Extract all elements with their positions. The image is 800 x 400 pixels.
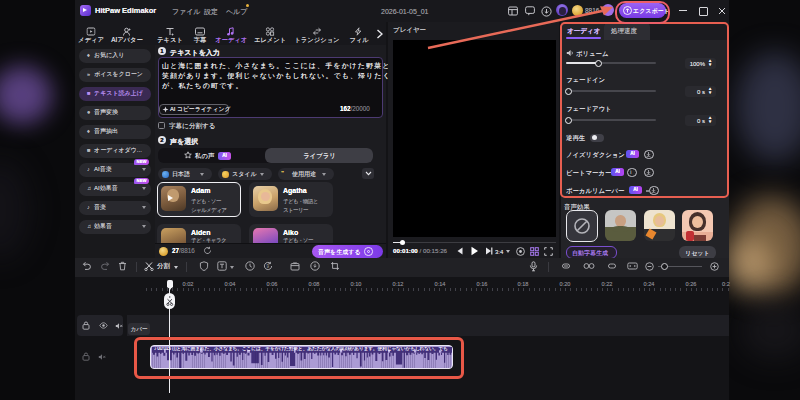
- svg-text:9: 9: [267, 264, 270, 269]
